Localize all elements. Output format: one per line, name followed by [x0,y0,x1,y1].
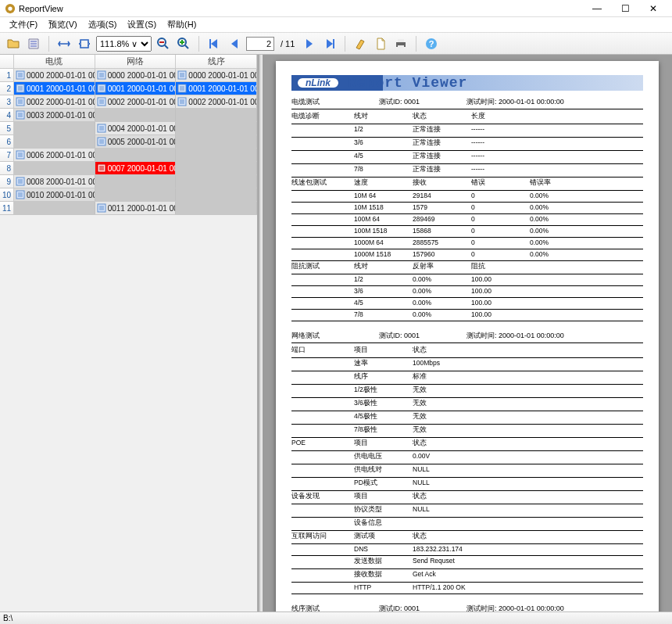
menu-setting[interactable]: 设置(S) [123,17,161,32]
cell-cable[interactable] [14,162,95,174]
main-area: 电缆 网络 线序 10000 2000-01-01 00:00:000000 2… [0,55,672,611]
cell-net[interactable]: 0007 2000-01-01 00:00:00 [95,162,177,174]
col-network[interactable]: 网络 [95,55,177,68]
help-button[interactable]: ? [423,35,440,52]
row-number: 10 [0,188,14,201]
highlight-button[interactable] [352,35,369,52]
minimize-button[interactable]: — [583,0,611,17]
last-page-button[interactable] [321,35,338,52]
status-bar: B:\ [0,611,672,624]
cell-net[interactable]: 0001 2000-01-01 00:00:00 [95,82,177,95]
cell-cable[interactable]: 0008 2000-01-01 00:00:00 [14,175,95,188]
open-button[interactable] [5,35,22,52]
cell-net[interactable]: 0002 2000-01-01 00:00:00 [95,95,177,108]
cell-net[interactable] [95,175,177,188]
svg-rect-6 [398,39,404,42]
table-row[interactable]: 80007 2000-01-01 00:00:00 [0,162,257,175]
row-number: 11 [0,202,14,214]
cable-diag-table: 电缆诊断线对状态长度1/2正常连接------3/6正常连接------4/5正… [291,111,643,178]
internet-table: 互联网访问测试项状态DNS183.232.231.174发送数据Send Req… [291,531,643,594]
cell-net[interactable] [95,109,177,121]
menu-file[interactable]: 文件(F) [5,17,42,32]
col-cable[interactable]: 电缆 [14,55,95,68]
report-page: nLink Report Viewer 电缆测试 测试ID: 0001 测试时间… [276,61,659,611]
zoom-in-button[interactable] [175,35,192,52]
status-text: B:\ [3,614,13,622]
table-row[interactable]: 10000 2000-01-01 00:00:000000 2000-01-01… [0,69,257,82]
row-number: 6 [0,135,14,148]
fit-width-button[interactable] [55,35,73,52]
table-row[interactable]: 50004 2000-01-01 00:00:00 [0,122,257,135]
menu-preview[interactable]: 预览(V) [44,17,82,32]
svg-rect-2 [80,40,88,48]
cell-cable[interactable]: 0000 2000-01-01 00:00:00 [14,69,95,81]
maximize-button[interactable]: ☐ [611,0,639,17]
section-wiremap: 线序测试 测试ID: 0001 测试时间: 2000-01-01 00:00:0… [291,604,643,611]
poe-table: POE项目状态供电电压0.00V供电线对NULLPD模式NULL [291,438,643,491]
cell-wire[interactable] [176,188,257,201]
cell-wire[interactable] [176,149,257,161]
zoom-select[interactable]: 111.8% ∨ [96,36,152,52]
first-page-button[interactable] [206,35,223,52]
cell-wire[interactable] [176,122,257,134]
fit-page-button[interactable] [76,35,93,52]
cell-wire[interactable] [176,175,257,188]
cell-wire[interactable] [176,109,257,121]
cell-wire[interactable] [176,135,257,148]
table-row[interactable]: 100010 2000-01-01 00:00:00 [0,188,257,202]
zoom-out-button[interactable] [155,35,172,52]
cell-cable[interactable]: 0010 2000-01-01 00:00:00 [14,188,95,201]
cell-cable[interactable] [14,202,95,214]
title-bar: ReportView — ☐ ✕ [0,0,672,17]
table-row[interactable]: 30002 2000-01-01 00:00:000002 2000-01-01… [0,95,257,109]
cell-cable[interactable] [14,122,95,134]
cell-net[interactable] [95,149,177,161]
app-icon [5,3,16,14]
refresh-button[interactable] [25,35,42,52]
row-number: 7 [0,149,14,161]
cell-cable[interactable]: 0006 2000-01-01 00:00:00 [14,149,95,161]
report-header: nLink Report Viewer [291,75,643,91]
cell-wire[interactable]: 0000 2000-01-01 00:00:00 [176,69,257,81]
print-button[interactable] [392,35,409,52]
cell-net[interactable]: 0004 2000-01-01 00:00:00 [95,122,177,134]
cell-wire[interactable]: 0002 2000-01-01 00:00:00 [176,95,257,108]
device-discovery-table: 设备发现项目状态协议类型NULL设备信息 [291,491,643,531]
menu-help[interactable]: 帮助(H) [163,17,201,32]
cell-net[interactable]: 0000 2000-01-01 00:00:00 [95,69,177,81]
cell-net[interactable]: 0005 2000-01-01 00:00:00 [95,135,177,148]
table-row[interactable]: 60005 2000-01-01 00:00:00 [0,135,257,149]
cell-cable[interactable] [14,135,95,148]
prev-page-button[interactable] [226,35,243,52]
next-page-button[interactable] [301,35,318,52]
menu-bar: 文件(F) 预览(V) 选项(S) 设置(S) 帮助(H) [0,17,672,33]
table-row[interactable]: 40003 2000-01-01 00:00:00 [0,109,257,122]
section-network: 网络测试 测试ID: 0001 测试时间: 2000-01-01 00:00:0… [291,331,643,594]
list-body[interactable]: 10000 2000-01-01 00:00:000000 2000-01-01… [0,69,257,611]
wirespeed-table: 线速包测试速度接收错误错误率10M 642918400.00%10M 15181… [291,178,643,261]
cell-cable[interactable]: 0003 2000-01-01 00:00:00 [14,109,95,121]
cell-net[interactable] [95,188,177,201]
cell-cable[interactable]: 0001 2000-01-01 00:00:00 [14,82,95,95]
table-row[interactable]: 20001 2000-01-01 00:00:000001 2000-01-01… [0,82,257,95]
cell-wire[interactable] [176,202,257,214]
page-input[interactable] [246,37,274,51]
menu-option[interactable]: 选项(S) [84,17,122,32]
col-wiremap[interactable]: 线序 [176,55,257,68]
report-title: Report Viewer [348,75,467,91]
port-table: 端口项目状态速率100Mbps线序标准1/2极性无效3/6极性无效4/5极性无效… [291,345,643,438]
document-button[interactable] [372,35,389,52]
cell-wire[interactable] [176,162,257,174]
close-button[interactable]: ✕ [639,0,667,17]
row-number: 9 [0,175,14,188]
cell-cable[interactable]: 0002 2000-01-01 00:00:00 [14,95,95,108]
row-number: 8 [0,162,14,174]
table-row[interactable]: 110011 2000-01-01 00:00:00 [0,202,257,215]
impedance-table: 阻抗测试线对反射率阻抗1/20.00%100.003/60.00%100.004… [291,261,643,321]
row-number: 2 [0,82,14,95]
table-row[interactable]: 70006 2000-01-01 00:00:00 [0,149,257,162]
table-row[interactable]: 90008 2000-01-01 00:00:00 [0,175,257,188]
preview-area[interactable]: nLink Report Viewer 电缆测试 测试ID: 0001 测试时间… [263,55,672,611]
cell-net[interactable]: 0011 2000-01-01 00:00:00 [95,202,177,214]
cell-wire[interactable]: 0001 2000-01-01 00:00:00 [176,82,257,95]
